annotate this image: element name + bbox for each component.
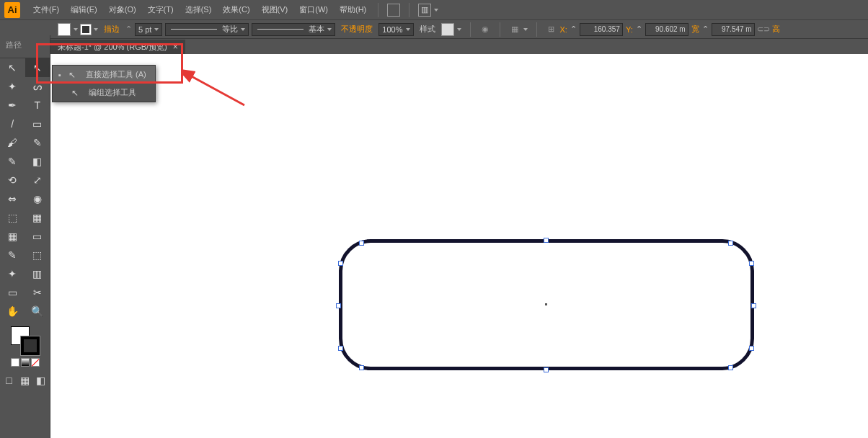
artboard-tool[interactable]: ▭ xyxy=(0,283,25,302)
h-label: 高 xyxy=(772,24,780,35)
anchor-point[interactable] xyxy=(751,303,756,308)
document-tab[interactable]: 未标题-1* @ 200% (RGB/预览) × xyxy=(50,40,185,54)
zoom-tool[interactable]: 🔍 xyxy=(25,302,50,321)
x-input[interactable]: 160.357 xyxy=(580,23,623,36)
control-bar: 路径 描边 ⌃ 5 pt 等比 基本 不透明度 100% 样式 ◉ ▦ ⊞ X:… xyxy=(0,19,868,38)
screen-mode-presentation[interactable]: ◧ xyxy=(34,374,48,387)
flyout-direct-selection[interactable]: ▪ ↖ 直接选择工具 (A) xyxy=(53,66,155,84)
shape-builder-tool[interactable]: ⬚ xyxy=(0,208,25,227)
style-label: 样式 xyxy=(417,24,438,35)
pen-tool[interactable]: ✒ xyxy=(0,96,25,115)
w-label: 宽 xyxy=(691,24,699,35)
menu-select[interactable]: 选择(S) xyxy=(180,1,218,18)
anchor-point[interactable] xyxy=(728,241,733,246)
magic-wand-tool[interactable]: ✦ xyxy=(0,77,25,96)
fill-swatch[interactable] xyxy=(58,23,71,36)
align-icon[interactable]: ▦ xyxy=(509,24,521,35)
recolor-icon[interactable]: ◉ xyxy=(479,24,491,35)
stroke-color[interactable] xyxy=(21,336,40,355)
anchor-point[interactable] xyxy=(544,238,549,243)
anchor-point[interactable] xyxy=(338,346,343,351)
direct-selection-icon: ↖ xyxy=(68,70,79,80)
menu-edit[interactable]: 编辑(E) xyxy=(65,1,103,18)
perspective-grid-tool[interactable]: ▦ xyxy=(25,208,50,227)
anchor-point[interactable] xyxy=(544,367,549,372)
column-graph-tool[interactable]: ▥ xyxy=(25,264,50,283)
tab-title: 未标题-1* @ 200% (RGB/预览) xyxy=(58,42,167,53)
opacity-label[interactable]: 不透明度 xyxy=(338,24,376,35)
hand-tool[interactable]: ✋ xyxy=(0,302,25,321)
flyout-label: 直接选择工具 (A) xyxy=(86,69,146,80)
symbol-sprayer-tool[interactable]: ✦ xyxy=(0,264,25,283)
direct-selection-flyout: ▪ ↖ 直接选择工具 (A) ↖ 编组选择工具 xyxy=(52,65,156,102)
menu-file[interactable]: 文件(F) xyxy=(27,1,65,18)
menu-view[interactable]: 视图(V) xyxy=(256,1,294,18)
paintbrush-tool[interactable]: 🖌 xyxy=(0,133,25,152)
x-label: X: xyxy=(560,25,567,34)
selection-tool[interactable]: ↖ xyxy=(0,58,25,77)
app-logo: Ai xyxy=(4,2,20,18)
menu-effect[interactable]: 效果(C) xyxy=(217,1,255,18)
screen-mode-normal[interactable]: □ xyxy=(2,374,17,387)
group-selection-icon: ↖ xyxy=(71,88,81,98)
direct-selection-tool[interactable]: ↖ xyxy=(25,58,50,77)
anchor-point[interactable] xyxy=(728,365,733,370)
menu-type[interactable]: 文字(T) xyxy=(142,1,180,18)
rotate-tool[interactable]: ⟲ xyxy=(0,171,25,189)
scale-tool[interactable]: ⤢ xyxy=(25,171,50,189)
eyedropper-tool[interactable]: ✎ xyxy=(0,246,25,264)
tab-close-icon[interactable]: × xyxy=(173,42,178,52)
arrange-icon[interactable]: ▥ xyxy=(418,4,431,17)
lasso-tool[interactable]: ᔕ xyxy=(25,77,50,96)
menu-window[interactable]: 窗口(W) xyxy=(293,1,334,18)
anchor-point[interactable] xyxy=(749,346,754,351)
width-tool[interactable]: ⇔ xyxy=(0,189,25,208)
anchor-point[interactable] xyxy=(359,241,364,246)
menu-help[interactable]: 帮助(H) xyxy=(334,1,372,18)
y-input[interactable]: 90.602 m xyxy=(645,23,688,36)
menu-object[interactable]: 对象(O) xyxy=(103,1,142,18)
brush-definition[interactable]: 基本 xyxy=(252,23,335,36)
eraser-tool[interactable]: ◧ xyxy=(25,152,50,171)
style-swatch[interactable] xyxy=(441,23,454,36)
transform-icon[interactable]: ⊞ xyxy=(546,24,557,35)
link-wh-icon[interactable]: ⊂⊃ xyxy=(758,24,769,35)
type-tool[interactable]: T xyxy=(25,96,50,115)
w-input[interactable]: 97.547 m xyxy=(712,23,755,36)
screen-mode-full[interactable]: ▦ xyxy=(18,374,32,387)
blob-brush-tool[interactable]: ✎ xyxy=(0,152,25,171)
pencil-tool[interactable]: ✎ xyxy=(25,133,50,152)
tools-panel: ↖ ↖ ✦ ᔕ ✒ T / ▭ 🖌 ✎ ✎ ◧ ⟲ ⤢ ⇔ ◉ ⬚ ▦ ▦ ▭ … xyxy=(0,54,50,438)
none-mode-icon[interactable] xyxy=(31,358,40,367)
free-transform-tool[interactable]: ◉ xyxy=(25,189,50,208)
tool-indicator-icon: ▪ xyxy=(58,71,61,79)
variable-width-profile[interactable]: 等比 xyxy=(165,23,249,36)
menu-bar: Ai 文件(F) 编辑(E) 对象(O) 文字(T) 选择(S) 效果(C) 视… xyxy=(0,0,868,19)
stroke-label[interactable]: 描边 xyxy=(101,24,123,35)
document-tabs: 未标题-1* @ 200% (RGB/预览) × xyxy=(0,38,868,54)
anchor-point[interactable] xyxy=(749,261,754,266)
flyout-group-selection[interactable]: ↖ 编组选择工具 xyxy=(53,84,155,102)
flyout-label: 编组选择工具 xyxy=(89,87,136,98)
rectangle-tool[interactable]: ▭ xyxy=(25,115,50,133)
fill-stroke-control[interactable] xyxy=(11,326,40,355)
anchor-point[interactable] xyxy=(359,365,364,370)
gradient-mode-icon[interactable] xyxy=(21,358,30,367)
stroke-swatch[interactable] xyxy=(81,24,91,35)
y-label: Y: xyxy=(626,25,633,34)
doc-layout-icon[interactable] xyxy=(387,4,400,17)
mesh-tool[interactable]: ▦ xyxy=(0,227,25,246)
gradient-tool[interactable]: ▭ xyxy=(25,227,50,246)
slice-tool[interactable]: ✂ xyxy=(25,283,50,302)
center-point xyxy=(545,303,547,305)
stroke-weight-input[interactable]: 5 pt xyxy=(135,23,162,36)
anchor-point[interactable] xyxy=(338,261,343,266)
opacity-input[interactable]: 100% xyxy=(378,23,413,36)
color-mode-icon[interactable] xyxy=(11,358,19,367)
anchor-point[interactable] xyxy=(336,303,341,308)
line-tool[interactable]: / xyxy=(0,115,25,133)
selection-type-label: 路径 xyxy=(0,35,50,54)
blend-tool[interactable]: ⬚ xyxy=(25,246,50,264)
